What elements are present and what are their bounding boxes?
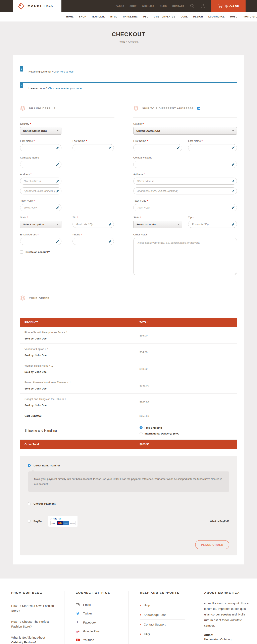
shipping-state-select[interactable]: Select an option... [133,221,182,228]
pen-icon [56,146,59,149]
product-name: Proton Absolute Wordpress Themes × 1 [24,381,140,384]
brand-logo[interactable]: MARKETICA [13,0,62,12]
shipping-town-input[interactable] [133,204,237,211]
blog-link[interactable]: How To Start Your Own Fashion Store? [11,600,56,616]
search-icon[interactable] [190,4,195,8]
product-total: $345.00 [140,384,237,387]
blog-link[interactable]: How To Choose The Perfect Fashion Store? [11,616,56,632]
topnav-pages[interactable]: PAGES [116,5,124,7]
billing-phone-input[interactable] [72,238,114,245]
user-account-icon[interactable] [200,4,205,8]
phone-label: Phone [72,233,80,236]
shipping-country-select[interactable]: United States (US) [133,127,237,134]
connect-googleplus-link[interactable]: g+Google Plus [76,627,121,636]
place-order-button[interactable]: PLACE ORDER [195,540,229,550]
topnav-wishlist[interactable]: WISHLIST [142,5,154,7]
nav-marketing[interactable]: MARKETING [123,16,138,18]
resize-grip-icon[interactable] [234,273,236,275]
nav-html[interactable]: HTML [110,16,118,18]
topnav-shop[interactable]: SHOP [130,5,137,7]
shipping-apartment-input[interactable] [133,188,237,194]
help-link[interactable]: Help [140,600,185,610]
nav-template[interactable]: TEMPLATE [92,16,105,18]
order-table-header: PRODUCT TOTAL [20,318,237,327]
company-label: Company Name [133,156,152,159]
billing-street-input[interactable] [20,178,62,184]
pen-icon [232,223,234,226]
breadcrumb: Home›Checkout [0,40,257,43]
your-order-heading-text: YOUR ORDER [29,297,50,300]
bullet-square-icon [140,634,141,635]
visa-card-icon: VISA [50,521,56,525]
shipping-street-input[interactable] [133,178,237,184]
billing-email-input[interactable] [20,238,62,245]
billing-state-select[interactable]: Select an option... [20,221,62,228]
connect-twitter-link[interactable]: Twitter [76,609,121,618]
nav-psd[interactable]: PSD [143,16,148,18]
login-link[interactable]: Click here to login [54,70,74,73]
help-label: Knowladge Base [144,613,166,616]
free-shipping-option[interactable]: Free Shipping [140,426,237,429]
connect-email-link[interactable]: Email [76,600,121,609]
required-mark: * [147,199,148,202]
nav-design[interactable]: DESIGN [193,16,203,18]
create-account-checkbox[interactable] [20,250,23,254]
bank-transfer-radio[interactable] [28,464,31,467]
help-link[interactable]: Contact Support [140,620,185,629]
billing-country-select[interactable]: United States (US) [20,127,62,134]
connect-youtube-link[interactable]: Youtube [76,636,121,644]
bank-transfer-option[interactable]: Direct Bank Transfer [28,464,229,467]
shipping-last-name-input[interactable] [188,144,237,151]
cheque-payment-option[interactable]: Cheque Payment [28,502,229,505]
coupon-link[interactable]: Click here to enter your code [48,87,82,90]
email-icon [76,604,80,606]
nav-code[interactable]: CODE [181,16,188,18]
paypal-radio[interactable] [28,520,31,523]
pen-icon [232,206,234,209]
pen-icon [232,190,234,192]
topnav-blog[interactable]: BLOG [160,5,167,7]
billing-apartment-input[interactable] [20,188,62,194]
required-mark: * [38,233,38,236]
nav-cms-templates[interactable]: CMS TEMPLATES [154,16,175,18]
billing-company-input[interactable] [20,161,62,168]
bullet-square-icon [140,614,141,616]
shipping-company-input[interactable] [133,161,237,168]
topnav-contact[interactable]: CONTACT [172,5,184,7]
cheque-payment-radio[interactable] [28,502,31,505]
billing-zip-input[interactable] [72,221,114,228]
billing-last-name-input[interactable] [72,144,114,151]
connect-facebook-link[interactable]: fFacebook [76,618,121,627]
nav-photo-stocks[interactable]: PHOTO STOCKS [243,16,257,18]
free-shipping-radio[interactable] [140,426,142,429]
billing-town-input[interactable] [20,204,62,211]
pen-icon [56,180,59,182]
help-link[interactable]: Knowladge Base [140,610,185,620]
required-mark: * [77,216,78,219]
pen-icon [232,180,234,182]
blog-link[interactable]: What is So Alluring About Celebrity Fash… [11,632,56,644]
connect-label: Facebook [83,621,96,624]
help-link[interactable]: FAQ [140,629,185,639]
ship-to-different-checkbox[interactable] [197,107,200,110]
create-account-option[interactable]: Create an account? [20,250,114,254]
address-line: Kecamatan Coblong [204,636,249,642]
breadcrumb-home[interactable]: Home [119,40,125,43]
twitter-icon [76,612,80,615]
paypal-option[interactable]: PayPal PPayPal VISA AMEX DISCOVER What i… [28,516,229,527]
shipping-zip-input[interactable] [188,221,237,228]
paypal-label: PayPal [34,520,42,523]
nav-shop[interactable]: SHOP [79,16,86,18]
paypal-acceptance-badge: PPayPal VISA AMEX DISCOVER [48,516,78,527]
billing-first-name-input[interactable] [20,144,62,151]
international-delivery-option[interactable]: International Delivery: $5.90 [140,432,237,435]
international-delivery-radio[interactable] [140,432,142,435]
nav-muse[interactable]: MUSE [230,16,237,18]
nav-home[interactable]: HOME [66,16,74,18]
checkout-card: i Returning customer? Click here to logi… [13,55,244,564]
what-is-paypal-link[interactable]: What is PayPal? [210,520,229,523]
order-notes-textarea[interactable] [133,238,237,275]
shipping-first-name-input[interactable] [133,144,182,151]
nav-ecommerce[interactable]: ECOMMERCE [208,16,225,18]
cart-button[interactable]: $653.50 [211,0,246,12]
